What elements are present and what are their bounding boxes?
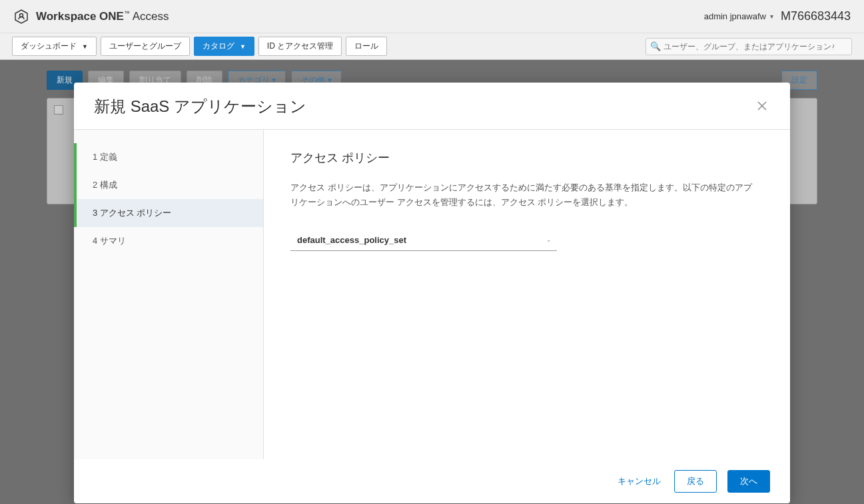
brand-suffix: Access bbox=[130, 10, 169, 23]
brand: Workspace ONE™ Access bbox=[13, 9, 169, 25]
nav-id-access[interactable]: ID とアクセス管理 bbox=[258, 37, 342, 56]
close-icon bbox=[757, 101, 767, 111]
nav-id-access-label: ID とアクセス管理 bbox=[267, 41, 333, 52]
step-configuration[interactable]: 2 構成 bbox=[74, 171, 263, 199]
step-definition[interactable]: 1 定義 bbox=[74, 143, 263, 171]
brand-tm: ™ bbox=[124, 10, 130, 17]
modal-title: 新規 SaaS アプリケーション bbox=[94, 96, 306, 117]
modal-header: 新規 SaaS アプリケーション bbox=[74, 83, 790, 129]
nav-users-groups-label: ユーザーとグループ bbox=[109, 41, 181, 52]
caret-down-icon: ▼ bbox=[240, 43, 246, 50]
caret-down-icon: ▼ bbox=[82, 43, 88, 50]
modal-body: 1 定義 2 構成 3 アクセス ポリシー 4 サマリ アクセス ポリシー アク… bbox=[74, 129, 790, 459]
modal-dialog: 新規 SaaS アプリケーション 1 定義 2 構成 3 アクセス ポリシー 4… bbox=[74, 83, 790, 503]
nav-dashboard-label: ダッシュボード bbox=[21, 41, 77, 52]
search-input[interactable] bbox=[646, 38, 852, 55]
nav-catalog-label: カタログ bbox=[203, 41, 234, 52]
app-header: Workspace ONE™ Access admin jpnawafw ▾ M… bbox=[0, 0, 864, 33]
nav-users-groups[interactable]: ユーザーとグループ bbox=[101, 37, 190, 56]
brand-text: Workspace ONE™ Access bbox=[36, 10, 169, 23]
header-user-area[interactable]: admin jpnawafw ▾ M766683443 bbox=[704, 9, 851, 23]
brand-logo-icon bbox=[13, 9, 29, 25]
policy-select[interactable] bbox=[290, 230, 557, 251]
section-description: アクセス ポリシーは、アプリケーションにアクセスするために満たす必要のある基準を… bbox=[290, 180, 757, 210]
nav-catalog[interactable]: カタログ ▼ bbox=[194, 37, 254, 56]
close-button[interactable] bbox=[754, 97, 770, 117]
brand-name: Workspace ONE bbox=[36, 10, 124, 23]
modal-footer: キャンセル 戻る 次へ bbox=[74, 459, 790, 503]
chevron-down-icon: ▾ bbox=[770, 13, 773, 20]
tenant-id: M766683443 bbox=[781, 9, 851, 23]
search-container: 🔍 bbox=[646, 38, 852, 55]
wizard-steps: 1 定義 2 構成 3 アクセス ポリシー 4 サマリ bbox=[74, 130, 264, 459]
nav-roles[interactable]: ロール bbox=[346, 37, 387, 56]
nav-roles-label: ロール bbox=[354, 41, 378, 52]
nav-bar: ダッシュボード ▼ ユーザーとグループ カタログ ▼ ID とアクセス管理 ロー… bbox=[0, 33, 864, 60]
svg-point-0 bbox=[20, 13, 23, 17]
nav-dashboard[interactable]: ダッシュボード ▼ bbox=[12, 37, 97, 56]
modal-main: アクセス ポリシー アクセス ポリシーは、アプリケーションにアクセスするために満… bbox=[264, 130, 790, 459]
modal-overlay: 新規 SaaS アプリケーション 1 定義 2 構成 3 アクセス ポリシー 4… bbox=[0, 60, 864, 504]
search-icon: 🔍 bbox=[650, 41, 661, 51]
admin-label: admin jpnawafw bbox=[704, 11, 766, 21]
policy-select-wrap: ⌄ bbox=[290, 230, 557, 251]
back-button[interactable]: 戻る bbox=[674, 470, 717, 493]
next-button[interactable]: 次へ bbox=[727, 470, 770, 493]
step-access-policy[interactable]: 3 アクセス ポリシー bbox=[74, 199, 263, 227]
cancel-button[interactable]: キャンセル bbox=[615, 471, 663, 491]
section-title: アクセス ポリシー bbox=[290, 150, 763, 166]
step-summary[interactable]: 4 サマリ bbox=[74, 227, 263, 255]
